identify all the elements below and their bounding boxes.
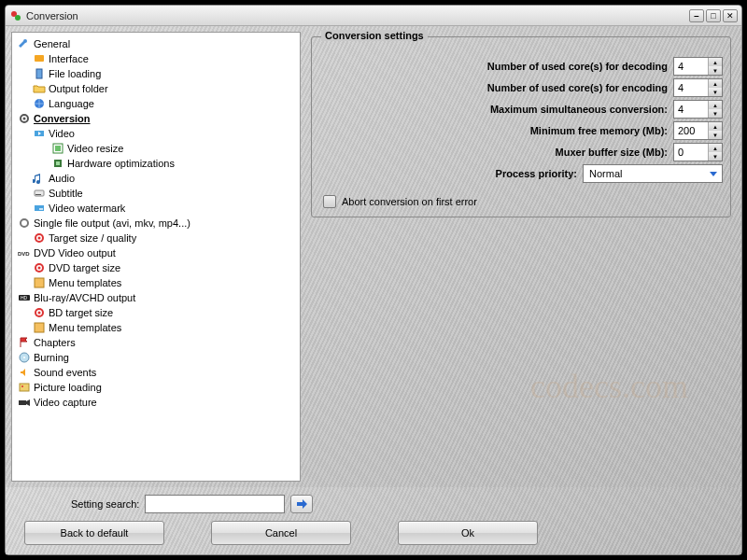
tree-item-chapters[interactable]: Chapters [14,335,298,350]
target-icon [33,231,46,245]
spin-up-icon[interactable]: ▲ [709,79,722,88]
tree-item-video[interactable]: Video [14,126,298,141]
max-simultaneous-label: Maximum simultaneous conversion: [319,104,668,115]
tree-item-single-file[interactable]: Single file output (avi, mkv, mp4...) [14,216,298,231]
tree-item-video-capture[interactable]: Video capture [14,395,298,410]
tree-item-bd-target[interactable]: BD target size [14,305,298,320]
spin-down-icon[interactable]: ▼ [709,131,722,139]
tree-label: BD target size [49,307,113,318]
tree-item-file-loading[interactable]: File loading [14,66,298,81]
tree-item-output-folder[interactable]: Output folder [14,81,298,96]
tree-label: Chapters [34,337,76,348]
min-memory-input[interactable] [674,122,708,139]
tree-item-bluray-output[interactable]: HDBlu-ray/AVCHD output [14,290,298,305]
spin-down-icon[interactable]: ▼ [709,152,722,161]
spin-up-icon[interactable]: ▲ [709,58,722,66]
setting-search-button[interactable] [290,495,313,513]
tree-label: Output folder [49,83,108,94]
min-memory-spinner[interactable]: ▲▼ [673,121,723,140]
process-priority-row: Process priority: Normal [319,164,723,183]
spin-down-icon[interactable]: ▼ [709,88,722,96]
muxer-buffer-row: Muxer buffer size (Mb): ▲▼ [319,143,723,161]
max-simultaneous-input[interactable] [674,101,708,118]
tree-label: Hardware optimizations [67,158,175,169]
settings-tree: General Interface File loading Output fo… [11,32,301,482]
tree-item-target-size[interactable]: Target size / quality [14,231,298,245]
tree-item-language[interactable]: Language [14,96,298,111]
ok-button[interactable]: Ok [398,521,538,545]
svg-rect-34 [20,384,29,391]
tree-item-hw-opt[interactable]: Hardware optimizations [14,156,298,171]
tree-item-video-resize[interactable]: Video resize [14,141,298,156]
watermark-icon [33,202,46,215]
file-icon [33,67,46,80]
tree-item-dvd-output[interactable]: DVDDVD Video output [14,245,298,260]
decoding-cores-spinner[interactable]: ▲▼ [673,57,723,76]
tree-item-menu-templates-dvd[interactable]: Menu templates [14,275,298,290]
tree-item-general[interactable]: General [14,36,298,51]
tree-label: Blu-ray/AVCHD output [34,292,135,303]
dialog-footer: Setting search: Back to default Cancel O… [6,487,741,554]
decoding-cores-input[interactable] [674,58,708,75]
max-simultaneous-spinner[interactable]: ▲▼ [673,100,723,119]
spin-up-icon[interactable]: ▲ [709,144,722,152]
tree-item-conversion[interactable]: Conversion [14,111,298,126]
encoding-cores-input[interactable] [674,79,708,96]
process-priority-value: Normal [584,168,705,179]
tree-item-subtitle[interactable]: Subtitle [14,186,298,201]
muxer-buffer-input[interactable] [674,144,708,161]
subtitle-icon [33,187,46,200]
tree-label: Subtitle [49,188,83,199]
audio-icon [33,172,46,185]
svg-rect-16 [39,208,43,210]
interface-icon [33,52,46,65]
spin-down-icon[interactable]: ▼ [709,109,722,118]
tree-label: Single file output (avi, mkv, mp4...) [34,217,190,229]
picture-icon [18,381,31,394]
encoding-cores-spinner[interactable]: ▲▼ [673,78,723,97]
flag-icon [18,336,31,349]
svg-point-24 [38,267,41,270]
tree-label: Sound events [34,367,96,378]
tree-label: Conversion [34,113,91,124]
close-button[interactable]: ✕ [723,9,738,22]
spin-up-icon[interactable]: ▲ [709,101,722,109]
svg-point-1 [15,15,21,21]
spin-down-icon[interactable]: ▼ [709,66,722,75]
spin-up-icon[interactable]: ▲ [709,122,722,131]
tree-label: Target size / quality [49,232,136,244]
tree-label: DVD Video output [34,247,116,259]
tree-item-menu-templates-bd[interactable]: Menu templates [14,320,298,335]
tree-item-video-watermark[interactable]: Video watermark [14,201,298,216]
tree-item-dvd-target[interactable]: DVD target size [14,260,298,275]
dvd-icon: DVD [18,246,31,259]
cancel-button[interactable]: Cancel [211,521,351,545]
tree-item-picture-loading[interactable]: Picture loading [14,380,298,395]
tree-label: Video watermark [49,203,125,214]
chevron-down-icon[interactable] [705,168,722,179]
globe-icon [33,97,46,110]
muxer-buffer-spinner[interactable]: ▲▼ [673,143,723,161]
abort-on-error-checkbox[interactable] [323,195,336,208]
svg-rect-31 [35,323,44,332]
wrench-icon [18,37,31,50]
tree-item-interface[interactable]: Interface [14,51,298,66]
svg-point-20 [38,237,41,240]
video-icon [33,127,46,140]
process-priority-combo[interactable]: Normal [583,164,723,183]
minimize-button[interactable]: ‒ [689,9,704,22]
group-legend: Conversion settings [321,30,428,41]
tree-item-burning[interactable]: Burning [14,350,298,365]
setting-search-input[interactable] [145,495,285,513]
svg-text:DVD: DVD [18,251,30,257]
muxer-buffer-label: Muxer buffer size (Mb): [319,147,668,158]
tree-item-audio[interactable]: Audio [14,171,298,186]
window-title: Conversion [26,10,689,21]
conversion-settings-group: Conversion settings Number of used core(… [311,36,731,217]
min-memory-row: Minimum free memory (Mb): ▲▼ [319,121,723,140]
back-to-default-button[interactable]: Back to default [24,521,164,545]
titlebar: Conversion ‒ □ ✕ [6,6,741,26]
tree-label: Interface [49,53,89,64]
maximize-button[interactable]: □ [706,9,721,22]
tree-item-sound-events[interactable]: Sound events [14,365,298,380]
